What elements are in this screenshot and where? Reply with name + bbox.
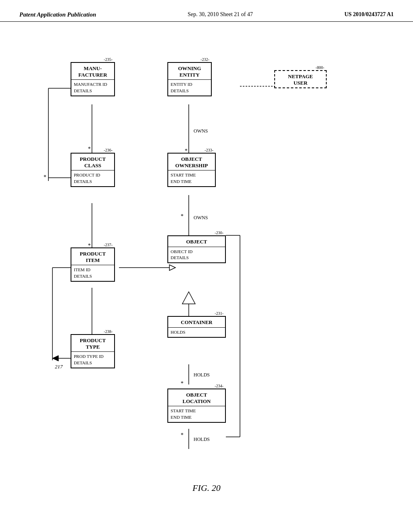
page-header: Patent Application Publication Sep. 30, … <box>0 0 413 22</box>
product-class-id: -236- <box>104 148 113 152</box>
svg-marker-16 <box>169 265 175 270</box>
product-item-title: PRODUCTITEM <box>71 248 114 265</box>
object-id: -230- <box>215 231 223 235</box>
owning-entity-entity: -232- OWNINGENTITY ENTITY IDDETAILS <box>167 62 212 96</box>
svg-text:*: * <box>181 213 184 219</box>
svg-marker-19 <box>182 292 195 304</box>
object-title: OBJECT <box>168 236 225 247</box>
product-class-entity: -236- PRODUCTCLASS PRODUCT IDDETAILS <box>71 153 115 187</box>
object-ownership-entity: -233- OBJECTOWNERSHIP START TIMEEND TIME <box>167 153 216 187</box>
manufacturer-entity: -235- MANU-FACTURER MANUFACTR IDDETAILS <box>71 62 115 96</box>
svg-text:*: * <box>88 146 91 152</box>
netpage-user-title: NETPAGEUSER <box>275 71 326 87</box>
object-ownership-title: OBJECTOWNERSHIP <box>168 154 215 170</box>
object-location-fields: START TIMEEND TIME <box>168 406 225 422</box>
product-class-fields: PRODUCT IDDETAILS <box>71 170 114 186</box>
header-date-sheet: Sep. 30, 2010 Sheet 21 of 47 <box>188 11 253 18</box>
product-item-entity: -237- PRODUCTITEM ITEM IDDETAILS <box>71 247 115 282</box>
svg-text:*: * <box>44 174 46 180</box>
diagram-svg: * * OWNS * * OWNS * <box>0 30 413 505</box>
object-ownership-fields: START TIMEEND TIME <box>168 170 215 186</box>
product-item-id: -237- <box>104 243 113 247</box>
figure-caption: FIG. 20 <box>192 483 221 493</box>
svg-text:217: 217 <box>55 364 63 370</box>
header-publication-type: Patent Application Publication <box>19 11 96 18</box>
svg-text:OWNS: OWNS <box>194 128 208 134</box>
object-location-entity: -234- OBJECTLOCATION START TIMEEND TIME <box>167 389 226 423</box>
container-id: -231- <box>215 311 223 316</box>
product-type-fields: PROD TYPE IDDETAILS <box>71 352 114 368</box>
product-type-entity: -238- PRODUCTTYPE PROD TYPE IDDETAILS <box>71 334 115 368</box>
product-class-title: PRODUCTCLASS <box>71 154 114 170</box>
svg-text:*: * <box>181 432 184 438</box>
product-type-title: PRODUCTTYPE <box>71 335 114 352</box>
netpage-user-entity: -800- NETPAGEUSER <box>274 70 327 88</box>
svg-text:HOLDS: HOLDS <box>194 372 210 378</box>
container-entity: -231- CONTAINER HOLDS <box>167 316 226 338</box>
manufacturer-fields: MANUFACTR IDDETAILS <box>71 80 114 96</box>
object-location-title: OBJECTLOCATION <box>168 389 225 406</box>
svg-text:HOLDS: HOLDS <box>194 436 210 442</box>
svg-text:OWNS: OWNS <box>194 215 208 220</box>
object-location-id: -234- <box>215 384 223 388</box>
svg-marker-27 <box>52 355 58 361</box>
container-title: CONTAINER <box>168 317 225 328</box>
object-ownership-id: -233- <box>204 148 213 152</box>
owning-entity-fields: ENTITY IDDETAILS <box>168 80 211 96</box>
object-fields: OBJECT IDDETAILS <box>168 247 225 263</box>
diagram-area: * * OWNS * * OWNS * <box>0 30 413 505</box>
manufacturer-id: -235- <box>104 57 113 62</box>
netpage-user-id: -800- <box>315 65 324 70</box>
manufacturer-title: MANU-FACTURER <box>71 63 114 80</box>
container-fields: HOLDS <box>168 328 225 337</box>
svg-text:*: * <box>181 380 184 387</box>
header-patent-number: US 2010/0243727 A1 <box>344 11 394 18</box>
owning-entity-id: -232- <box>200 57 209 62</box>
object-entity: -230- OBJECT OBJECT IDDETAILS <box>167 235 226 263</box>
product-type-id: -238- <box>104 329 113 334</box>
owning-entity-title: OWNINGENTITY <box>168 63 211 80</box>
product-item-fields: ITEM IDDETAILS <box>71 265 114 281</box>
